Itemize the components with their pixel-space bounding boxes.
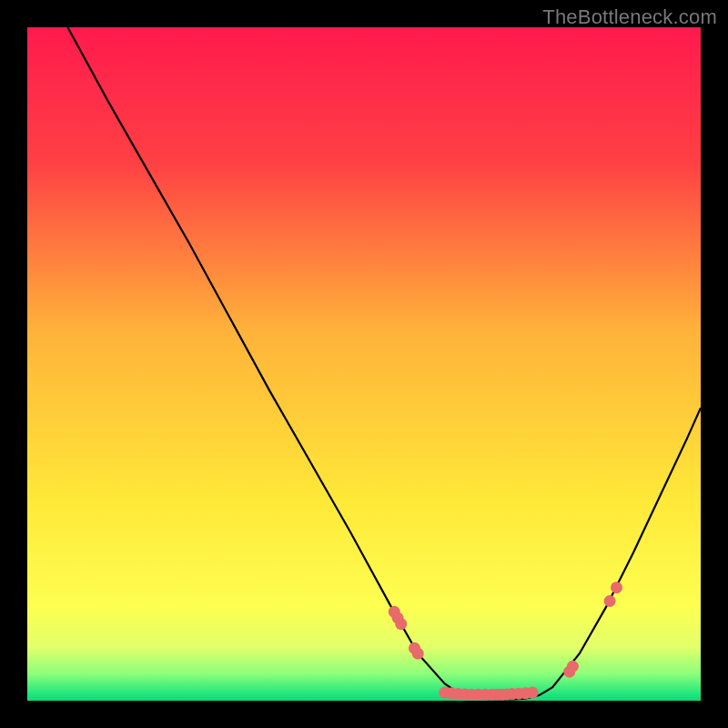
watermark-text: TheBottleneck.com <box>542 5 717 29</box>
data-dot <box>395 618 407 630</box>
bottleneck-chart <box>27 27 701 701</box>
data-dot <box>527 687 539 699</box>
data-dot <box>567 661 579 672</box>
gradient-background <box>27 27 701 701</box>
data-dot <box>604 595 616 607</box>
data-dot <box>611 581 622 593</box>
data-dot <box>412 648 424 660</box>
chart-frame: TheBottleneck.com <box>0 0 728 728</box>
